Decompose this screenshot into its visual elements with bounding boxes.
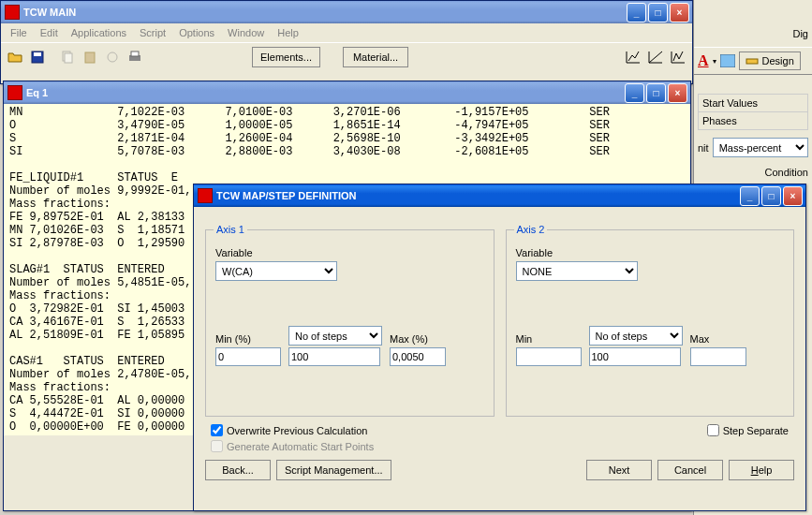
svg-rect-3 (65, 53, 72, 63)
tcw-main-titlebar[interactable]: TCW MAIN _ □ × (1, 1, 692, 23)
stepsep-label: Step Separate (723, 425, 789, 436)
open-icon[interactable] (5, 47, 25, 67)
menu-applications[interactable]: Applications (66, 25, 132, 40)
cancel-button[interactable]: Cancel (657, 460, 723, 480)
generate-label: Generate Automatic Start Points (227, 441, 374, 452)
minimize-button[interactable]: _ (625, 83, 644, 103)
svg-rect-1 (34, 52, 41, 56)
unit-label: nit (698, 142, 709, 154)
svg-rect-9 (746, 59, 758, 64)
ruler-icon (746, 54, 759, 67)
chart-icon-2[interactable] (645, 47, 666, 67)
app-icon (198, 188, 213, 203)
chart-icon-3[interactable] (668, 47, 688, 67)
generate-checkbox-row: Generate Automatic Start Points (211, 438, 688, 454)
svg-rect-7 (131, 52, 139, 56)
svg-rect-4 (85, 52, 95, 63)
material-button[interactable]: Material... (343, 47, 408, 67)
chart-icon-1[interactable] (623, 47, 643, 67)
menu-edit[interactable]: Edit (35, 25, 64, 40)
menu-bar: File Edit Applications Script Options Wi… (1, 23, 692, 42)
menu-file[interactable]: File (5, 25, 33, 40)
svg-rect-8 (720, 54, 735, 67)
color-icon[interactable] (720, 54, 735, 67)
axis1-variable-select[interactable]: W(CA) (215, 261, 337, 281)
app-icon (7, 85, 22, 100)
unit-select[interactable]: Mass-percent (713, 138, 808, 157)
stepsep-checkbox-row[interactable]: Step Separate (707, 422, 789, 438)
menu-help[interactable]: Help (272, 25, 304, 40)
mapstep-titlebar[interactable]: TCW MAP/STEP DEFINITION _ □ × (194, 184, 805, 207)
axis2-min-input[interactable] (516, 347, 582, 366)
axis2-min-label: Min (516, 333, 582, 345)
start-values-link[interactable]: Start Values (698, 94, 808, 111)
maximize-button[interactable]: □ (646, 83, 666, 103)
dig-label: Dig (792, 28, 808, 39)
print-icon[interactable] (125, 47, 145, 67)
main-toolbar: Elements... Material... (1, 42, 692, 70)
eq1-title: Eq 1 (26, 87, 625, 98)
close-button[interactable]: × (668, 83, 687, 103)
app-icon (5, 5, 20, 20)
close-button[interactable]: × (670, 3, 689, 22)
paste-icon[interactable] (80, 47, 100, 67)
tcw-main-title: TCW MAIN (23, 7, 627, 18)
help-button[interactable]: Help (729, 460, 794, 480)
close-button[interactable]: × (783, 186, 803, 206)
elements-button[interactable]: Elements... (252, 47, 320, 67)
generate-checkbox (211, 440, 223, 452)
axis2-max-input[interactable] (690, 347, 746, 366)
axis1-max-input[interactable] (390, 347, 446, 366)
overwrite-checkbox-row[interactable]: Overwrite Previous Calculation (211, 422, 688, 438)
axis2-legend: Axis 2 (514, 224, 548, 235)
mapstep-title: TCW MAP/STEP DEFINITION (216, 190, 740, 201)
svg-point-5 (108, 52, 117, 62)
axis2-variable-select[interactable]: NONE (516, 261, 638, 281)
axis1-min-input[interactable] (215, 347, 281, 366)
mapstep-window: TCW MAP/STEP DEFINITION _ □ × Axis 1 Var… (193, 184, 806, 511)
axis1-steps-input[interactable] (288, 347, 380, 366)
back-button[interactable]: Back... (205, 460, 271, 480)
axis1-steps-select[interactable]: No of steps (288, 326, 382, 346)
tool-icon[interactable] (102, 47, 123, 67)
save-icon[interactable] (27, 47, 48, 67)
stepsep-checkbox[interactable] (707, 424, 719, 436)
next-button[interactable]: Next (586, 460, 652, 480)
axis2-steps-select[interactable]: No of steps (589, 326, 683, 346)
axis2-group: Axis 2 Variable NONE Min No of steps (506, 229, 795, 417)
overwrite-label: Overwrite Previous Calculation (227, 425, 367, 436)
axis2-max-label: Max (690, 333, 746, 345)
minimize-button[interactable]: _ (740, 186, 760, 206)
maximize-button[interactable]: □ (648, 3, 668, 22)
font-a-icon[interactable]: A (698, 52, 709, 69)
axis1-group: Axis 1 Variable W(CA) Min (%) No of step… (205, 229, 495, 417)
design-button[interactable]: Design (739, 52, 801, 70)
eq1-titlebar[interactable]: Eq 1 _ □ × (4, 81, 690, 104)
copy-icon[interactable] (57, 47, 78, 67)
maximize-button[interactable]: □ (761, 186, 781, 206)
phases-link[interactable]: Phases (698, 111, 808, 130)
menu-options[interactable]: Options (173, 25, 220, 40)
tcw-main-window: TCW MAIN _ □ × File Edit Applications Sc… (0, 0, 693, 84)
menu-window[interactable]: Window (222, 25, 270, 40)
condition-label: Condition (698, 167, 808, 178)
axis1-var-label: Variable (215, 247, 484, 258)
axis2-var-label: Variable (516, 247, 785, 258)
axis2-steps-input[interactable] (589, 347, 681, 366)
axis1-legend: Axis 1 (214, 224, 247, 235)
overwrite-checkbox[interactable] (211, 424, 223, 436)
menu-script[interactable]: Script (134, 25, 171, 40)
axis1-max-label: Max (%) (390, 333, 446, 345)
minimize-button[interactable]: _ (627, 3, 646, 22)
script-mgmt-button[interactable]: Script Management... (276, 460, 391, 480)
axis1-min-label: Min (%) (215, 333, 281, 345)
